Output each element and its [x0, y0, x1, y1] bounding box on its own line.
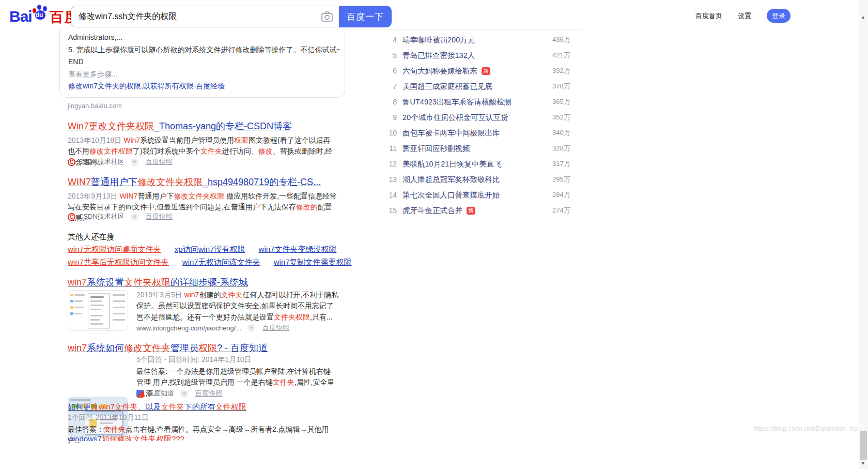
scroll-up-icon[interactable]: ▲ — [861, 14, 865, 20]
text-segment[interactable]: windows7 — [68, 434, 102, 441]
text-segment[interactable]: 文件夹 — [161, 402, 184, 411]
text-segment[interactable]: 系统如何 — [87, 343, 124, 353]
hot-item[interactable]: 13湖人捧起总冠军奖杯致敬科比295万 — [381, 172, 583, 187]
text-segment[interactable]: 的详细步骤-系统城 — [171, 277, 248, 288]
hot-title-link[interactable]: 虎牙斗鱼正式合并 — [402, 206, 462, 216]
hot-rank: 15 — [381, 206, 397, 215]
chevron-down-icon[interactable]: ▼ — [247, 324, 255, 332]
text-segment[interactable]: Win7更改文件夹权限 — [68, 121, 154, 131]
hot-title-link[interactable]: 美国超三成家庭积蓄已见底 — [402, 82, 492, 92]
text-segment[interactable]: 文件夹权限 — [124, 277, 171, 288]
text-segment: 修改文件夹权限 — [174, 192, 224, 200]
hot-item[interactable]: 5青岛已排查密接132人421万 — [381, 48, 583, 63]
result-source-name: CSDN技术社区 — [79, 157, 125, 167]
text-segment: 系统设置当前用户管理员使用 — [140, 136, 234, 144]
hot-item[interactable]: 4瑞幸咖啡被罚200万元436万 — [381, 32, 583, 48]
text-segment[interactable]: 修改文件夹 — [124, 343, 171, 353]
hot-item[interactable]: 7美国超三成家庭积蓄已见底378万 — [381, 79, 583, 94]
text-segment[interactable]: ? - 百度知道 — [217, 343, 268, 353]
chevron-down-icon[interactable]: ▼ — [131, 158, 138, 166]
hot-title-link[interactable]: 面包车被卡两车中间极限出库 — [402, 128, 500, 138]
hot-title-link[interactable]: 第七次全国人口普查摸底开始 — [402, 190, 500, 200]
search-input[interactable] — [71, 6, 321, 27]
result-thumbnail[interactable] — [68, 290, 128, 331]
sub-result-link[interactable]: windows7如何修改文件夹权限??? — [68, 434, 184, 441]
baidu-snapshot-link[interactable]: 百度快照 — [195, 389, 222, 398]
text-segment[interactable]: 权限 — [198, 343, 217, 353]
text-segment: 文件夹 — [221, 291, 242, 299]
text-segment: 创建的 — [199, 291, 221, 299]
search-box — [71, 6, 339, 27]
related-search-link[interactable]: win7文件夹变绿没权限 — [259, 245, 337, 254]
result-title-link[interactable]: Win7更改文件夹权限_Thomas-yang的专栏-CSDN博客 — [68, 120, 292, 132]
hot-title-link[interactable]: 20个城市住房公积金可互认互贷 — [402, 113, 508, 123]
hot-count: 317万 — [552, 159, 583, 169]
result-title-link[interactable]: win7系统设置文件夹权限的详细步骤-系统城 — [68, 277, 248, 288]
csdn-logo-icon: C — [68, 158, 75, 166]
hot-item[interactable]: 8鲁UT4923出租车乘客请核酸检测365万 — [381, 94, 583, 110]
related-search-link[interactable]: win7无权限访问桌面文件夹 — [68, 245, 161, 254]
result-title-link[interactable]: WIN7普通用户下修改文件夹权限_hsp494980719的专栏-CS... — [68, 176, 321, 188]
hot-title-link[interactable]: 萧亚轩回应秒删视频 — [402, 144, 470, 154]
hot-title-link[interactable]: 六旬大妈称要嫁给靳东 — [402, 66, 477, 76]
text-segment[interactable]: 文件权限 — [215, 402, 246, 411]
text-segment[interactable]: 如何修改文件夹权限??? — [102, 434, 184, 441]
hot-rank: 12 — [381, 160, 397, 168]
text-segment[interactable]: 下的所有 — [184, 402, 215, 411]
hot-title-link[interactable]: 瑞幸咖啡被罚200万元 — [402, 35, 475, 45]
text-segment[interactable]: 管理员 — [171, 343, 198, 353]
result-title-link[interactable]: win7系统如何修改文件夹管理员权限? - 百度知道 — [68, 342, 268, 354]
hot-item[interactable]: 12美联航10月21日恢复中美直飞317万 — [381, 156, 583, 172]
text-segment: 普通用户下 — [137, 192, 174, 200]
hot-item[interactable]: 10面包车被卡两车中间极限出库340万 — [381, 125, 583, 141]
hot-item[interactable]: 920个城市住房公积金可互认互贷352万 — [381, 110, 583, 125]
hot-item[interactable]: 15虎牙斗鱼正式合并新274万 — [381, 203, 583, 218]
text-segment[interactable]: 普通用户下 — [91, 177, 137, 187]
text-segment[interactable]: 如何更 — [68, 402, 91, 411]
hot-rank: 14 — [381, 191, 397, 199]
camera-icon[interactable] — [321, 11, 333, 22]
baidu-snapshot-link[interactable]: 百度快照 — [146, 212, 173, 221]
hot-item[interactable]: 11萧亚轩回应秒删视频328万 — [381, 141, 583, 156]
sub-result-link[interactable]: 如何更改win7文件夹、以及文件夹下的所有文件权限 — [68, 402, 246, 412]
hot-item[interactable]: 6六旬大妈称要嫁给靳东新392万 — [381, 63, 583, 79]
text-segment[interactable]: 、以及 — [138, 402, 161, 411]
hot-title-link[interactable]: 鲁UT4923出租车乘客请核酸检测 — [402, 97, 512, 107]
hot-title-link[interactable]: 青岛已排查密接132人 — [402, 51, 475, 60]
hot-item[interactable]: 14第七次全国人口普查摸底开始284万 — [381, 187, 583, 203]
text-segment: 进行访问、 — [222, 147, 258, 155]
text-segment[interactable]: 修改文件夹权限 — [137, 177, 203, 187]
chevron-down-icon[interactable]: ▼ — [131, 213, 138, 221]
baidu-snapshot-link[interactable]: 百度快照 — [146, 157, 173, 167]
chevron-down-icon[interactable]: ▼ — [180, 390, 188, 398]
baidu-snapshot-link[interactable]: 百度快照 — [262, 323, 289, 332]
paw-icon: du — [33, 4, 49, 27]
text-segment[interactable]: _Thomas-yang的专栏-CSDN博客 — [154, 121, 292, 131]
more-steps-link[interactable]: 查看更多步骤... — [68, 68, 337, 81]
scroll-down-icon[interactable]: ▼ — [861, 461, 865, 466]
related-search-link[interactable]: win7复制文件需要权限 — [274, 258, 352, 267]
card-source-link[interactable]: 修改win7文件夹的权限,以获得所有权限-百度经验 — [68, 80, 337, 93]
hot-title-link[interactable]: 美联航10月21日恢复中美直飞 — [402, 159, 502, 169]
related-search-link[interactable]: xp访问win7没有权限 — [175, 245, 245, 254]
nav-baidu-home[interactable]: 百度首页 — [695, 11, 722, 21]
baidu-logo[interactable]: Bai du 百度 — [9, 3, 80, 27]
text-segment[interactable]: WIN7 — [68, 177, 91, 187]
related-search-link[interactable]: win7共享后无权限访问文件夹 — [68, 258, 169, 267]
text-segment[interactable]: win7 — [68, 343, 87, 353]
hot-count: 378万 — [552, 82, 583, 91]
text-segment[interactable]: win7 — [68, 277, 87, 288]
hot-search-panel: 4瑞幸咖啡被罚200万元436万5青岛已排查密接132人421万6六旬大妈称要嫁… — [381, 29, 583, 218]
scrollbar[interactable]: ▲ ▼ — [859, 0, 868, 469]
scrollbar-thumb[interactable] — [860, 431, 867, 460]
text-segment[interactable]: 系统设置 — [87, 277, 124, 288]
nav-settings[interactable]: 设置 — [738, 11, 751, 21]
search-submit-button[interactable]: 百度一下 — [339, 6, 392, 27]
related-search-link[interactable]: win7无权访问该文件夹 — [182, 258, 260, 267]
login-button[interactable]: 登录 — [767, 9, 791, 23]
text-segment[interactable]: 改win7文件夹 — [91, 402, 138, 411]
hot-title-link[interactable]: 湖人捧起总冠军奖杯致敬科比 — [402, 175, 500, 185]
result-description: 2019年3月5日 win7创建的文件夹任何人都可以打开,不利于隐私保护。虽然可… — [136, 290, 339, 323]
text-segment[interactable]: _hsp494980719的专栏-CS... — [203, 177, 321, 187]
hot-rank: 4 — [381, 36, 397, 44]
